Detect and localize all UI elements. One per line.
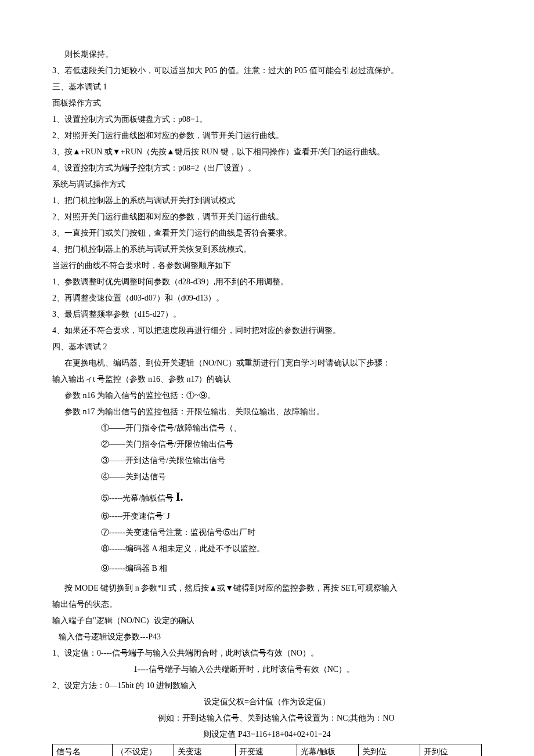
circle-3: ③——开到达信号/关限位输出信号 xyxy=(101,453,482,469)
circle-5-mark: I. xyxy=(176,490,183,503)
panel-2: 2、对照开关门运行曲线图和对应的参数，调节开关门运行曲线。 xyxy=(52,128,482,144)
sysdbg-1: 1、把门机控制器上的系统与调试开关打到调试模式 xyxy=(52,193,482,209)
adjust-title: 当运行的曲线不符合要求时，各参数调整顺序如下 xyxy=(52,258,482,274)
cell: 光幕/触板 xyxy=(297,744,359,757)
mode-line-2: 输出信号的状态。 xyxy=(52,596,482,613)
panel-3: 3、按▲+RUN 或▼+RUN（先按▲键后按 RUN 键，以下相同操作）查看开/… xyxy=(52,144,482,160)
circle-7: ⑦------关变速信号注意：监视信号⑤出厂时 xyxy=(101,525,482,541)
sysdbg-2: 2、对照开关门运行曲线图和对应的参数，调节开关门运行曲线。 xyxy=(52,209,482,225)
circle-5: ⑤-----光幕/触板信号 I. xyxy=(101,485,482,508)
section-3-title: 三、基本调试 1 xyxy=(52,79,482,95)
cell: （不设定） xyxy=(113,744,174,757)
adjust-2: 2、再调整变速位置（d03-d07）和（d09-d13）。 xyxy=(52,290,482,306)
set-2: 2、设定方法：0—15bit 的 10 进制数输入 xyxy=(52,678,482,694)
section-4-title: 四、基本调试 2 xyxy=(52,339,482,355)
cell: 信号名 xyxy=(53,744,113,757)
p43-param: 输入信号逻辑设定参数---P43 xyxy=(59,629,482,645)
circle-9: ⑨------编码器 B 相 xyxy=(101,560,482,577)
sysdbg-3: 3、一直按开门或关门按钮，查看开关门运行的曲线是否符合要求。 xyxy=(52,225,482,241)
cell: 关到位 xyxy=(359,744,420,757)
circle-4: ④——关到达信号 xyxy=(101,469,482,485)
set-1: 1、设定值：0----信号端子与输入公共端闭合时，此时该信号有效（NO）。 xyxy=(52,645,482,661)
panel-1: 1、设置控制方式为面板键盘方式：p08=1。 xyxy=(52,111,482,128)
line-keep: 则长期保持。 xyxy=(64,46,482,63)
settings-table: 信号名 （不设定） 关变速 开变速 光幕/触板 关到位 开到位 端子号 7 6 … xyxy=(52,744,482,756)
change-note: 在更换电机、编码器、到位开关逻辑（NO/NC）或重新进行门宽自学习时请确认以下步… xyxy=(64,355,482,371)
circle-6: ⑥-----开变速信号' J xyxy=(101,508,482,525)
input-logic-title: 输入端子自"逻辑（NO/NC）设定的确认 xyxy=(52,613,482,629)
example: 例如：开到达输入信号、关到达输入信号设置为：NC;其他为：NO xyxy=(158,710,482,726)
sysdbg-title: 系统与调试操作方式 xyxy=(52,176,482,193)
adjust-4: 4、如果还不符合要求，可以把速度段再进行细分，同时把对应的参数进行调整。 xyxy=(52,323,482,339)
adjust-3: 3、最后调整频率参数（d15-d27）。 xyxy=(52,306,482,323)
cell: 关变速 xyxy=(174,744,236,757)
io-title: 输入输出ィt 号监控（参数 n16、参数 n17）的确认 xyxy=(52,371,482,388)
cell: 开变速 xyxy=(236,744,297,757)
circle-8: ⑧------编码器 A 相未定义，此处不予以监控。 xyxy=(101,541,482,557)
formula: 设定值父权=合计值（作为设定值） xyxy=(52,694,482,710)
circle-2: ②——关门指令信号/开限位输出信号 xyxy=(101,436,482,453)
circle-1: ①——开门指令信号/故障输出信号（、 xyxy=(101,420,482,436)
cell: 开到位 xyxy=(420,744,482,757)
line-3: 3、若低速段关门力矩较小，可以适当加大 P05 的值。注意：过大的 P05 值可… xyxy=(52,63,482,79)
sysdbg-4: 4、把门机控制器上的系统与调试开关恢复到系统模式。 xyxy=(52,241,482,258)
n17: 参数 n17 为输出信号的监控包括：开限位输出、关限位输出、故障输出。 xyxy=(64,404,482,420)
mode-line-1: 按 MODE 键切换到 n 参数*lI 式，然后按▲或▼键得到对应的监控参数，再… xyxy=(64,580,482,596)
n16: 参数 n16 为输入信号的监控包括：①~⑨。 xyxy=(64,388,482,404)
panel-4: 4、设置控制方式为端子控制方式：p08=2（出厂设置）。 xyxy=(52,160,482,176)
set-1b: 1----信号端子与输入公共端断开时，此时该信号有效（NC）。 xyxy=(134,661,482,678)
table-row: 信号名 （不设定） 关变速 开变速 光幕/触板 关到位 开到位 xyxy=(53,744,482,757)
adjust-1: 1、参数调整时优先调整时间参数（d28-d39）,用不到的不用调整。 xyxy=(52,274,482,290)
result: 则设定值 P43=116+18+04+02+01=24 xyxy=(52,726,482,743)
circle-5-text: ⑤-----光幕/触板信号 xyxy=(101,494,174,502)
panel-title: 面板操作方式 xyxy=(52,95,482,111)
